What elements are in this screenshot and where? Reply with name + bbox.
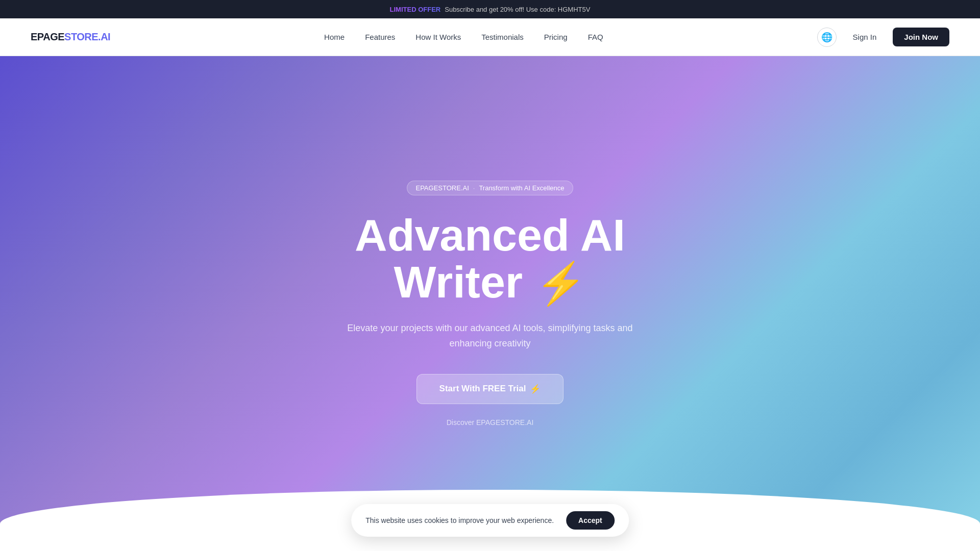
- hero-content: EPAGESTORE.AI · Transform with AI Excell…: [347, 181, 633, 427]
- logo[interactable]: EPAGESTORE.AI: [31, 31, 110, 43]
- hero-section: EPAGESTORE.AI · Transform with AI Excell…: [0, 56, 980, 551]
- nav-right: 🌐 Sign In Join Now: [817, 28, 949, 47]
- hero-badge-tagline: Transform with AI Excellence: [479, 184, 564, 192]
- nav-pricing[interactable]: Pricing: [544, 33, 568, 41]
- nav-testimonials[interactable]: Testimonials: [481, 33, 524, 41]
- cookie-message: This website uses cookies to improve you…: [365, 516, 554, 524]
- hero-badge-separator: ·: [473, 184, 475, 192]
- language-button[interactable]: 🌐: [817, 28, 837, 47]
- hero-badge: EPAGESTORE.AI · Transform with AI Excell…: [407, 181, 573, 195]
- nav-features[interactable]: Features: [365, 33, 395, 41]
- cookie-banner: This website uses cookies to improve you…: [351, 504, 629, 537]
- lightning-icon: ⚡: [535, 261, 586, 306]
- hero-subtitle: Elevate your projects with our advanced …: [347, 320, 633, 352]
- cta-label: Start With FREE Trial: [439, 384, 526, 394]
- nav-how-it-works[interactable]: How It Works: [415, 33, 461, 41]
- cta-icon: ⚡: [530, 384, 541, 394]
- navbar: EPAGESTORE.AI Home Features How It Works…: [0, 18, 980, 56]
- offer-text: Subscribe and get 20% off! Use code: HGM…: [445, 6, 590, 13]
- discover-link[interactable]: Discover EPAGESTORE.AI: [347, 418, 633, 427]
- hero-title-line2: Writer: [394, 257, 523, 307]
- join-now-button[interactable]: Join Now: [893, 28, 949, 46]
- limited-offer-label: LIMITED OFFER: [390, 6, 441, 13]
- nav-faq[interactable]: FAQ: [588, 33, 603, 41]
- cta-button[interactable]: Start With FREE Trial ⚡: [416, 374, 564, 404]
- hero-title-line1: Advanced AI: [355, 210, 625, 260]
- top-banner: LIMITED OFFER Subscribe and get 20% off!…: [0, 0, 980, 18]
- sign-in-button[interactable]: Sign In: [845, 29, 885, 45]
- accept-button[interactable]: Accept: [566, 511, 615, 530]
- logo-text: EPAGESTORE.AI: [31, 31, 110, 43]
- nav-home[interactable]: Home: [324, 33, 345, 41]
- nav-links: Home Features How It Works Testimonials …: [324, 33, 603, 42]
- hero-title: Advanced AI Writer ⚡: [347, 212, 633, 306]
- hero-badge-brand: EPAGESTORE.AI: [415, 184, 469, 192]
